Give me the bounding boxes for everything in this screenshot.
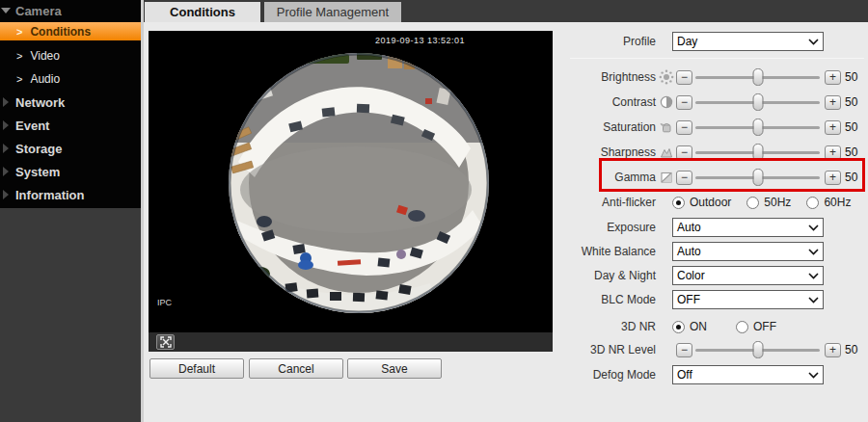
tab-conditions[interactable]: Conditions (145, 2, 260, 22)
exposure-select[interactable]: Auto (672, 218, 824, 237)
saturation-label: Saturation (564, 120, 656, 134)
defog-row: Defog Mode Off (564, 365, 864, 384)
sidebar-section-network[interactable]: Network (0, 92, 141, 112)
gamma-slider-thumb[interactable] (752, 169, 763, 186)
profile-row: Profile Day (564, 32, 864, 51)
sidebar-section-storage[interactable]: Storage (0, 139, 141, 158)
contrast-row: Contrast − + 50 (564, 92, 864, 112)
brightness-slider[interactable] (695, 76, 820, 79)
triangle-right-icon (3, 97, 9, 107)
contrast-decrease-button[interactable]: − (676, 95, 692, 110)
nr3d-level-slider-thumb[interactable] (752, 341, 763, 358)
nr3d-level-label: 3D NR Level (564, 343, 656, 356)
radio-unchecked-icon[interactable] (746, 197, 759, 209)
defog-value: Off (677, 368, 692, 382)
blc-mode-row: BLC Mode OFF (564, 290, 864, 309)
sidebar-item-label: Conditions (30, 25, 91, 39)
sidebar-item-label: Audio (30, 72, 60, 86)
sidebar-item-conditions[interactable]: > Conditions (0, 22, 141, 40)
profile-select[interactable]: Day (672, 32, 824, 51)
sharpness-value: 50 (845, 145, 864, 159)
anti-flicker-option-50hz[interactable]: 50Hz (746, 196, 791, 209)
save-button[interactable]: Save (347, 358, 442, 379)
radio-unchecked-icon[interactable] (736, 321, 748, 333)
contrast-slider[interactable] (695, 101, 820, 104)
tab-profile-management[interactable]: Profile Management (264, 2, 401, 22)
video-control-bar (149, 332, 553, 352)
chevron-right-icon: > (16, 50, 22, 62)
saturation-increase-button[interactable]: + (825, 120, 841, 135)
cancel-button[interactable]: Cancel (249, 358, 343, 379)
radio-label: 60Hz (824, 196, 851, 209)
fisheye-camera-image (149, 31, 553, 332)
sidebar-section-system[interactable]: System (0, 162, 141, 181)
nr3d-option-on[interactable]: ON (672, 320, 707, 333)
sidebar-section-label: Storage (15, 142, 62, 156)
sidebar-section-camera[interactable]: Camera (0, 1, 141, 20)
radio-label: ON (690, 320, 707, 333)
sharpness-decrease-button[interactable]: − (676, 145, 692, 160)
gamma-slider[interactable] (695, 176, 820, 179)
default-button[interactable]: Default (149, 358, 244, 379)
contrast-label: Contrast (564, 95, 656, 109)
sidebar-section-label: Event (15, 119, 49, 133)
exposure-row: Exposure Auto (564, 218, 864, 237)
gamma-decrease-button[interactable]: − (676, 171, 692, 185)
fullscreen-button[interactable] (156, 334, 175, 350)
saturation-value: 50 (845, 120, 864, 134)
sidebar-item-audio[interactable]: > Audio (0, 69, 141, 88)
anti-flicker-option-outdoor[interactable]: Outdoor (672, 196, 731, 209)
brightness-increase-button[interactable]: + (825, 70, 841, 85)
sidebar-section-label: Camera (15, 4, 62, 18)
blc-mode-select[interactable]: OFF (672, 290, 824, 309)
white-balance-row: White Balance Auto (564, 242, 864, 261)
nr3d-level-slider[interactable] (695, 349, 820, 352)
saturation-slider[interactable] (695, 126, 820, 129)
brightness-slider-thumb[interactable] (752, 68, 763, 86)
video-preview: 2019-09-13 13:52:01 IPC (149, 31, 553, 352)
gamma-label: Gamma (564, 171, 656, 184)
nr3d-level-decrease-button[interactable]: − (676, 343, 692, 357)
contrast-slider-thumb[interactable] (752, 93, 763, 111)
sidebar-section-information[interactable]: Information (0, 185, 141, 204)
saturation-icon (659, 119, 674, 135)
day-night-select[interactable]: Color (672, 266, 824, 285)
sharpness-slider-thumb[interactable] (752, 144, 763, 161)
fullscreen-icon (160, 336, 172, 348)
brightness-icon (659, 69, 674, 85)
video-watermark: IPC (157, 298, 172, 307)
radio-label: 50Hz (764, 196, 791, 209)
anti-flicker-option-60hz[interactable]: 60Hz (806, 196, 851, 209)
chevron-down-icon (808, 249, 819, 255)
sidebar-item-video[interactable]: > Video (0, 46, 141, 65)
white-balance-label: White Balance (564, 245, 656, 258)
day-night-row: Day & Night Color (564, 266, 864, 285)
brightness-decrease-button[interactable]: − (676, 70, 692, 85)
saturation-decrease-button[interactable]: − (676, 120, 692, 135)
contrast-increase-button[interactable]: + (825, 95, 841, 110)
nr3d-level-row: 3D NR Level − + 50 (564, 340, 864, 359)
profile-label: Profile (564, 35, 656, 48)
blc-mode-label: BLC Mode (564, 293, 656, 306)
anti-flicker-radio-group: Outdoor 50Hz 60Hz (672, 196, 851, 209)
radio-unchecked-icon[interactable] (806, 197, 819, 209)
camera-settings-page: Camera > Conditions > Video > Audio Netw… (0, 0, 868, 422)
defog-select[interactable]: Off (672, 365, 824, 384)
day-night-label: Day & Night (564, 269, 656, 282)
nr3d-row: 3D NR ON OFF (564, 317, 864, 336)
saturation-row: Saturation − + 50 (564, 118, 864, 137)
nr3d-option-off[interactable]: OFF (736, 320, 776, 333)
radio-checked-icon[interactable] (672, 321, 685, 333)
gamma-increase-button[interactable]: + (825, 171, 841, 185)
white-balance-value: Auto (677, 245, 701, 258)
nr3d-level-increase-button[interactable]: + (825, 343, 841, 357)
white-balance-select[interactable]: Auto (672, 242, 824, 261)
sharpness-icon (659, 145, 674, 160)
chevron-down-icon (808, 297, 819, 303)
saturation-slider-thumb[interactable] (752, 119, 763, 136)
sharpness-slider[interactable] (695, 151, 820, 154)
triangle-right-icon (3, 167, 9, 176)
sidebar-section-event[interactable]: Event (0, 116, 141, 135)
radio-checked-icon[interactable] (672, 197, 685, 209)
sharpness-increase-button[interactable]: + (825, 145, 841, 160)
